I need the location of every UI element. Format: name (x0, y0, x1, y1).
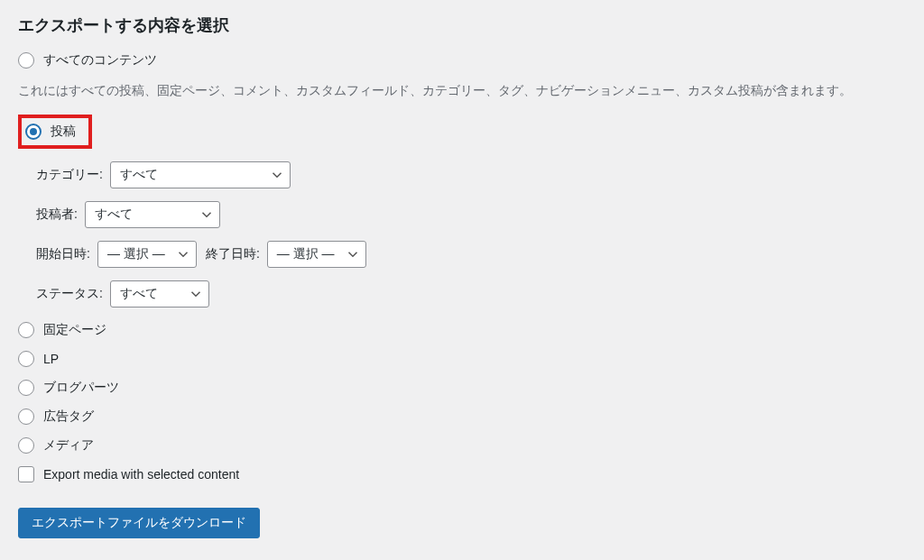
option-posts[interactable]: 投稿 (18, 115, 92, 149)
export-media-checkbox-label: Export media with selected content (43, 467, 239, 482)
filter-dates-row: 開始日時: — 選択 — 終了日時: — 選択 — (36, 241, 906, 268)
section-heading: エクスポートする内容を選択 (18, 14, 906, 36)
filter-start-value: — 選択 — (107, 246, 165, 262)
radio-all-content[interactable] (18, 52, 34, 69)
all-content-description: これにはすべての投稿、固定ページ、コメント、カスタムフィールド、カテゴリー、タグ… (18, 81, 906, 100)
option-ad-tag-label: 広告タグ (43, 409, 94, 425)
radio-lp[interactable] (18, 351, 34, 367)
radio-ad-tag[interactable] (18, 409, 34, 425)
filter-author-row: 投稿者: すべて (36, 201, 906, 228)
download-export-button[interactable]: エクスポートファイルをダウンロード (18, 508, 260, 538)
option-pages[interactable]: 固定ページ (18, 322, 906, 338)
option-media-label: メディア (43, 437, 94, 454)
option-all-content-label: すべてのコンテンツ (43, 52, 157, 69)
filter-end-value: — 選択 — (277, 246, 335, 262)
filter-status-label: ステータス: (36, 286, 103, 302)
filter-start-label: 開始日時: (36, 246, 90, 262)
chevron-down-icon (347, 249, 358, 260)
filter-category-row: カテゴリー: すべて (36, 161, 906, 188)
option-posts-label: 投稿 (51, 124, 76, 140)
radio-blog-parts[interactable] (18, 380, 34, 396)
filter-category-value: すべて (120, 167, 158, 183)
option-ad-tag[interactable]: 広告タグ (18, 409, 906, 425)
chevron-down-icon (178, 249, 189, 260)
filter-category-label: カテゴリー: (36, 167, 103, 183)
posts-filter-group: カテゴリー: すべて 投稿者: すべて 開始日時: — 選択 — 終了日時: —… (36, 161, 906, 308)
filter-status-row: ステータス: すべて (36, 280, 906, 308)
option-blog-parts-label: ブログパーツ (43, 380, 119, 396)
filter-author-label: 投稿者: (36, 207, 78, 223)
filter-category-select[interactable]: すべて (110, 161, 291, 188)
export-media-checkbox[interactable] (18, 466, 34, 482)
export-media-checkbox-row[interactable]: Export media with selected content (18, 466, 906, 482)
filter-author-value: すべて (95, 207, 133, 223)
filter-status-select[interactable]: すべて (110, 280, 209, 308)
option-media[interactable]: メディア (18, 437, 906, 454)
radio-posts[interactable] (25, 124, 42, 140)
filter-end-label: 終了日時: (206, 246, 260, 262)
filter-start-select[interactable]: — 選択 — (97, 241, 197, 268)
filter-author-select[interactable]: すべて (85, 201, 220, 228)
option-all-content[interactable]: すべてのコンテンツ (18, 52, 906, 69)
option-blog-parts[interactable]: ブログパーツ (18, 380, 906, 396)
filter-end-select[interactable]: — 選択 — (267, 241, 366, 268)
chevron-down-icon (201, 209, 212, 220)
filter-status-value: すべて (120, 286, 158, 302)
option-lp[interactable]: LP (18, 351, 906, 367)
option-pages-label: 固定ページ (43, 322, 106, 338)
radio-pages[interactable] (18, 322, 34, 338)
chevron-down-icon (190, 289, 201, 299)
option-lp-label: LP (43, 352, 59, 366)
radio-media[interactable] (18, 437, 34, 454)
chevron-down-icon (272, 170, 282, 180)
